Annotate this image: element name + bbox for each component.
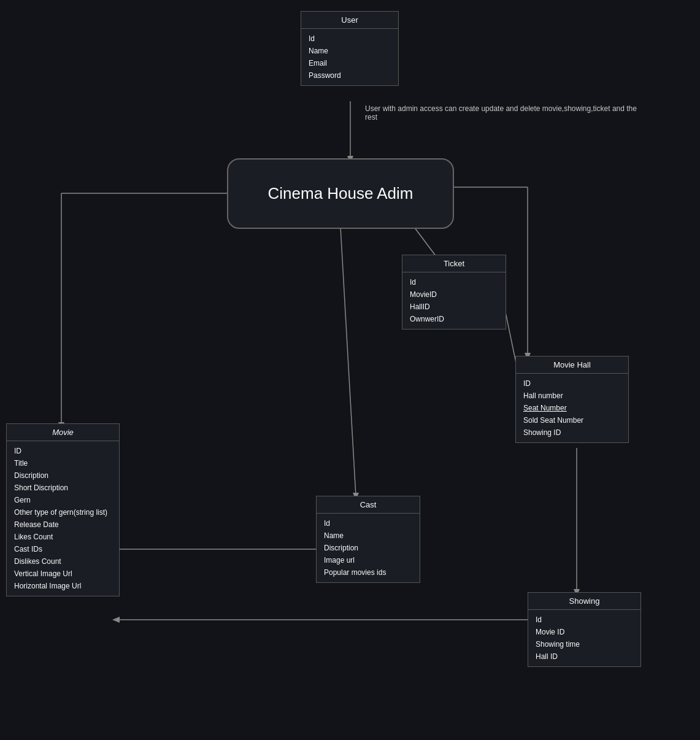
- showing-field-hallid: Hall ID: [536, 650, 633, 663]
- admin-note: User with admin access can create update…: [365, 104, 641, 121]
- movie-field-id: ID: [14, 445, 112, 457]
- movie-field-horizontalurl: Horizontal Image Url: [14, 580, 112, 592]
- user-header: User: [301, 12, 398, 29]
- cast-header: Cast: [317, 496, 420, 514]
- movie-field-shortdiscription: Short Discription: [14, 482, 112, 494]
- movie-header: Movie: [7, 424, 119, 441]
- user-field-name: Name: [309, 45, 391, 57]
- user-body: Id Name Email Password: [301, 29, 398, 85]
- ticket-field-id: Id: [410, 276, 498, 288]
- cinema-house-admin-label: Cinema House Adim: [268, 184, 413, 203]
- showing-field-movieid: Movie ID: [536, 626, 633, 638]
- user-field-id: Id: [309, 33, 391, 45]
- movie-field-othergern: Other type of gern(string list): [14, 506, 112, 518]
- movie-field-verticalurl: Vertical Image Url: [14, 568, 112, 580]
- svg-line-7: [340, 227, 356, 496]
- movie-field-likescount: Likes Count: [14, 531, 112, 543]
- movie-hall-body: ID Hall number Seat Number Sold Seat Num…: [516, 374, 628, 442]
- ticket-body: Id MovieID HallID OwnwerID: [402, 272, 506, 329]
- cast-body: Id Name Discription Image url Popular mo…: [317, 514, 420, 582]
- showing-field-id: Id: [536, 614, 633, 626]
- showing-header: Showing: [528, 593, 640, 610]
- movie-hall-header: Movie Hall: [516, 357, 628, 374]
- user-field-email: Email: [309, 57, 391, 69]
- movie-body: ID Title Discription Short Discription G…: [7, 441, 119, 596]
- showing-entity: Showing Id Movie ID Showing time Hall ID: [528, 592, 641, 667]
- movie-field-dislikescount: Dislikes Count: [14, 555, 112, 568]
- cinema-house-admin-box: Cinema House Adim: [227, 158, 454, 229]
- movie-hall-field-soldseats: Sold Seat Number: [523, 414, 621, 426]
- cast-entity: Cast Id Name Discription Image url Popul…: [316, 496, 420, 583]
- user-entity: User Id Name Email Password: [301, 11, 399, 86]
- movie-hall-field-showingid: Showing ID: [523, 426, 621, 439]
- cast-field-discription: Discription: [324, 542, 412, 554]
- movie-entity: Movie ID Title Discription Short Discrip…: [6, 423, 120, 596]
- user-field-password: Password: [309, 69, 391, 82]
- ticket-field-movieid: MovieID: [410, 288, 498, 301]
- showing-field-showingtime: Showing time: [536, 638, 633, 650]
- ticket-entity: Ticket Id MovieID HallID OwnwerID: [402, 255, 506, 330]
- ticket-field-hallid: HallID: [410, 301, 498, 313]
- cast-field-name: Name: [324, 530, 412, 542]
- movie-field-castids: Cast IDs: [14, 543, 112, 555]
- movie-field-discription: Discription: [14, 469, 112, 482]
- cast-field-imageurl: Image url: [324, 554, 412, 566]
- movie-field-releasedate: Release Date: [14, 518, 112, 531]
- movie-field-title: Title: [14, 457, 112, 469]
- cast-field-id: Id: [324, 517, 412, 530]
- cast-field-popularids: Popular movies ids: [324, 566, 412, 579]
- movie-hall-field-id: ID: [523, 377, 621, 390]
- showing-body: Id Movie ID Showing time Hall ID: [528, 610, 640, 666]
- ticket-field-ownerid: OwnwerID: [410, 313, 498, 325]
- movie-hall-entity: Movie Hall ID Hall number Seat Number So…: [515, 356, 629, 443]
- movie-hall-field-seatnumber: Seat Number: [523, 402, 621, 414]
- ticket-header: Ticket: [402, 255, 506, 272]
- movie-hall-field-hallnumber: Hall number: [523, 390, 621, 402]
- svg-marker-14: [112, 617, 120, 623]
- movie-field-gern: Gern: [14, 494, 112, 506]
